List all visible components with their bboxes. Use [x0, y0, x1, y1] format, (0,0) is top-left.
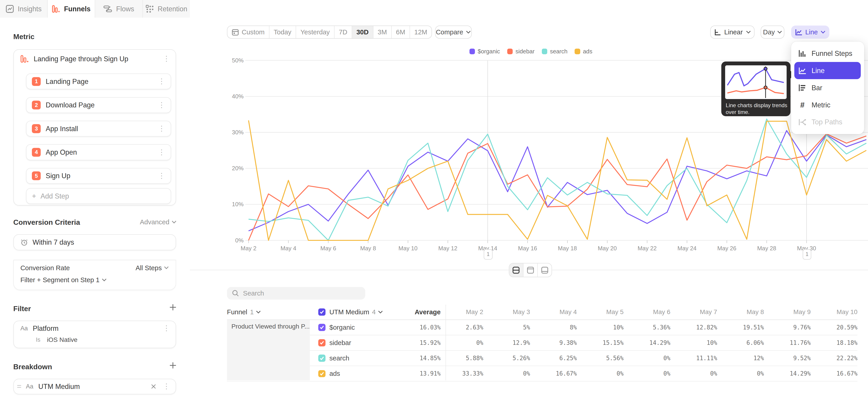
range-yesterday[interactable]: Yesterday	[296, 26, 335, 38]
tab-retention[interactable]: Retention	[143, 0, 191, 18]
menu-item-metric[interactable]: #Metric	[794, 96, 861, 114]
all-steps-dropdown[interactable]: All Steps	[135, 264, 169, 272]
funnel-group-cell[interactable]: Product Viewed through P...	[227, 320, 310, 380]
range-today[interactable]: Today	[270, 26, 296, 38]
average-column-header[interactable]: Average	[382, 305, 441, 319]
range-30d[interactable]: 30D	[352, 26, 373, 38]
legend-item-sidebar[interactable]: sidebar	[507, 48, 535, 55]
date-column-header[interactable]: May 9	[764, 305, 811, 319]
tab-funnels[interactable]: Funnels	[48, 0, 95, 18]
range-label: 30D	[356, 28, 369, 36]
menu-item-bar[interactable]: Bar	[794, 79, 861, 96]
menu-item-funnel-steps[interactable]: Funnel Steps	[794, 45, 861, 62]
range-6m[interactable]: 6M	[392, 26, 410, 38]
funnel-step-5[interactable]: 5Sign Up⋮	[26, 168, 171, 184]
breakdown-column-header[interactable]: UTM Medium 4	[318, 305, 383, 319]
cell-value: 15.15%	[577, 335, 624, 350]
clock-icon	[20, 238, 28, 246]
step-kebab-icon[interactable]: ⋮	[158, 101, 165, 109]
menu-item-line[interactable]: Line	[794, 62, 861, 79]
date-column-header[interactable]: May 2	[437, 305, 483, 319]
series-cell[interactable]: $organic	[318, 320, 383, 335]
add-filter-button[interactable]	[169, 303, 177, 313]
range-12m[interactable]: 12M	[410, 26, 432, 38]
range-label: Today	[274, 28, 291, 36]
main-panel: CustomTodayYesterday7D30D3M6M12M Compare…	[190, 0, 868, 407]
date-column-header[interactable]: May 4	[530, 305, 577, 319]
step-kebab-icon[interactable]: ⋮	[158, 172, 165, 180]
funnel-step-4[interactable]: 4App Open⋮	[26, 144, 171, 160]
funnel-column-header[interactable]: Funnel 1	[227, 305, 310, 319]
remove-breakdown-icon[interactable]	[151, 384, 156, 389]
filter-card[interactable]: Aa Platform ⋮ Is iOS Native	[13, 321, 176, 348]
chart-type-dropdown[interactable]: Line	[791, 26, 829, 39]
breakdown-kebab-icon[interactable]: ⋮	[163, 383, 170, 390]
series-checkbox[interactable]	[318, 370, 326, 377]
series-checkbox[interactable]	[318, 354, 326, 362]
cell-value: 0%	[671, 366, 717, 381]
layout-chart-button[interactable]	[524, 263, 538, 277]
layout-table-button[interactable]	[538, 263, 552, 277]
step-kebab-icon[interactable]: ⋮	[158, 78, 165, 85]
compare-button[interactable]: Compare	[435, 26, 472, 39]
tab-flows[interactable]: Flows	[95, 0, 143, 18]
legend-item-search[interactable]: search	[542, 48, 567, 55]
add-step-button[interactable]: + Add Step	[26, 188, 171, 204]
linear-scale-icon	[714, 29, 721, 36]
funnel-title: Landing Page through Sign Up	[34, 55, 163, 63]
tab-insights[interactable]: Insights	[0, 0, 48, 18]
series-checkbox[interactable]	[318, 324, 326, 331]
cell-value: 0%	[717, 366, 764, 381]
annotation-chip-may30[interactable]: 1	[803, 249, 811, 259]
svg-text:30%: 30%	[232, 129, 243, 135]
filter-operator[interactable]: Is	[36, 337, 40, 343]
drag-handle-icon[interactable]	[17, 385, 22, 388]
funnel-steps-list: 1Landing Page⋮2Download Page⋮3App Instal…	[14, 73, 176, 191]
filter-value[interactable]: iOS Native	[47, 336, 78, 343]
series-cell[interactable]: ads	[318, 366, 383, 381]
metric-card: Landing Page through Sign Up ⋮ 1Landing …	[13, 49, 176, 206]
legend-item-organic[interactable]: $organic	[469, 48, 500, 55]
step-kebab-icon[interactable]: ⋮	[158, 149, 165, 156]
cell-value: 0%	[577, 366, 624, 381]
step-number-badge: 4	[32, 148, 41, 157]
funnel-title-row[interactable]: Landing Page through Sign Up ⋮	[14, 50, 176, 67]
search-input[interactable]: Search	[227, 287, 365, 300]
funnel-step-2[interactable]: 2Download Page⋮	[26, 97, 171, 113]
chart-type-label: Line	[805, 28, 818, 36]
scale-dropdown[interactable]: Linear	[710, 26, 754, 39]
granularity-dropdown[interactable]: Day	[761, 26, 784, 39]
date-column-header[interactable]: May 7	[671, 305, 717, 319]
step-label: Sign Up	[46, 172, 158, 180]
layout-split-button[interactable]	[509, 263, 524, 277]
step-number-badge: 1	[32, 77, 41, 86]
cell-value: 0%	[437, 335, 483, 350]
series-cell[interactable]: sidebar	[318, 335, 383, 350]
series-checkbox[interactable]	[318, 339, 326, 346]
conversion-window[interactable]: Within 7 days	[13, 234, 176, 250]
range-7d[interactable]: 7D	[335, 26, 352, 38]
range-3m[interactable]: 3M	[373, 26, 392, 38]
funnel-kebab-icon[interactable]: ⋮	[163, 55, 170, 62]
breakdown-card[interactable]: Aa UTM Medium ⋮	[13, 379, 176, 394]
date-column-header[interactable]: May 3	[484, 305, 530, 319]
series-cell[interactable]: search	[318, 351, 383, 366]
annotation-chip-may14[interactable]: 1	[484, 249, 492, 259]
cell-value: 11.76%	[764, 335, 811, 350]
date-column-header[interactable]: May 5	[577, 305, 624, 319]
add-breakdown-button[interactable]	[169, 361, 177, 371]
filter-kebab-icon[interactable]: ⋮	[163, 325, 170, 332]
funnel-step-3[interactable]: 3App Install⋮	[26, 121, 171, 136]
sidebar: Metric Landing Page through Sign Up ⋮ 1L…	[0, 18, 190, 407]
range-custom[interactable]: Custom	[227, 26, 269, 38]
step-kebab-icon[interactable]: ⋮	[158, 125, 165, 132]
date-column-header[interactable]: May 6	[624, 305, 671, 319]
menu-item-top-paths[interactable]: Top Paths	[794, 114, 861, 131]
date-column-header[interactable]: May 10	[811, 305, 858, 319]
legend-item-ads[interactable]: ads	[575, 48, 592, 55]
date-column-header[interactable]: May 8	[717, 305, 764, 319]
funnel-step-1[interactable]: 1Landing Page⋮	[26, 73, 171, 89]
advanced-dropdown[interactable]: Advanced	[140, 218, 177, 226]
filter-segment-dropdown[interactable]: Filter + Segment on Step 1	[14, 272, 176, 284]
select-all-checkbox[interactable]	[318, 308, 326, 316]
